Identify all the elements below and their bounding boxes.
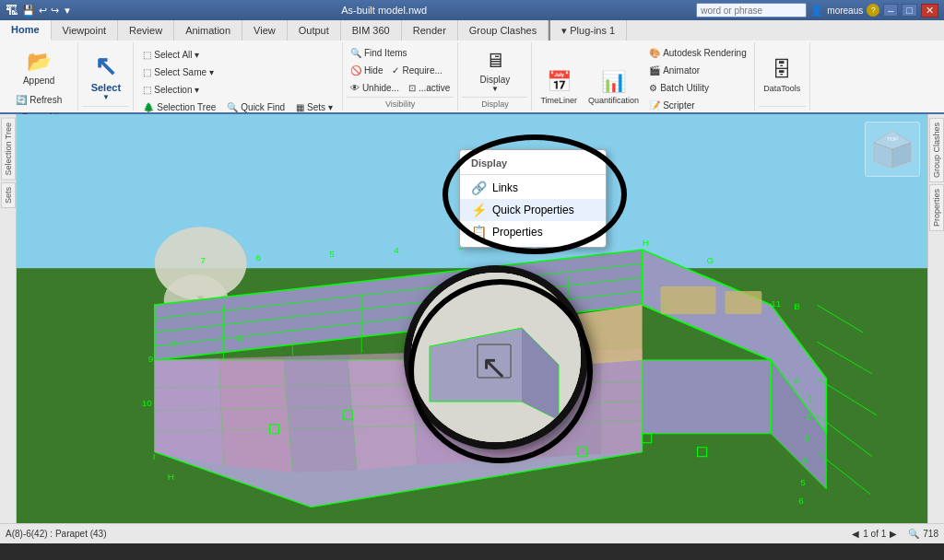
selection-button[interactable]: ⬚ Selection ▾ [139, 81, 203, 98]
nav-prev-btn[interactable]: ◀ [852, 529, 859, 539]
user-icon: 👤 [810, 5, 823, 17]
hide-label: Hide [364, 65, 384, 76]
ribbon-content: 📂 Append 🔄 Refresh ↺ Reset All... 📄 File… [0, 41, 944, 112]
zoom-level: 718 [923, 529, 938, 539]
sidebar-tab-properties[interactable]: Properties [929, 184, 944, 231]
selection-tree-button[interactable]: 🌲 Selection Tree [139, 99, 219, 115]
app-icon: 🏗 [6, 3, 18, 18]
zoom-icon: 🔍 [908, 529, 919, 539]
qat-redo[interactable]: ↪ [51, 5, 59, 17]
svg-text:3: 3 [804, 433, 809, 443]
rendering-icon: 🎨 [649, 48, 660, 58]
sidebar-tab-group-clashes[interactable]: Group Clashes [929, 118, 944, 182]
properties-menu-item[interactable]: 📋 Properties [460, 221, 606, 243]
select-same-button[interactable]: ⬚ Select Same ▾ [139, 64, 217, 80]
links-label: Links [492, 181, 518, 194]
append-button[interactable]: 📂 Append [18, 44, 59, 90]
refresh-button[interactable]: 🔄 Refresh [12, 91, 65, 108]
group-visibility: 🔍 Find Items 🚫 Hide ✓ Require... 👁 [343, 42, 459, 111]
search-input[interactable] [696, 3, 807, 18]
minimize-btn[interactable]: – [883, 4, 898, 17]
group-datatools: 🗄 DataTools [755, 42, 810, 111]
quantification-label: Quantification [588, 96, 639, 105]
refresh-icon: 🔄 [16, 95, 27, 105]
quantification-icon: 📊 [601, 70, 626, 94]
quantification-button[interactable]: 📊 Quantification [584, 63, 643, 112]
sets-button[interactable]: ▦ Sets ▾ [292, 99, 336, 115]
status-right: ◀ 1 of 1 ▶ 🔍 718 [852, 529, 938, 539]
tab-plugins[interactable]: ▾ Plug-ins 1 [549, 20, 627, 41]
svg-text:H: H [643, 238, 649, 248]
display-dropdown[interactable]: ▼ [491, 85, 499, 93]
svg-marker-11 [643, 360, 772, 434]
sidebar-tab-sets[interactable]: Sets [1, 182, 16, 208]
svg-text:4: 4 [394, 245, 399, 255]
svg-text:11: 11 [771, 298, 782, 309]
viewport-canvas[interactable]: 7 8 9 10 I H B A 1 2 3 4 5 6 5 4 3 2 1 H… [17, 114, 927, 523]
animator-button[interactable]: 🎬 Animator [645, 62, 750, 78]
group-display: 🖥 Display ▼ Display [458, 42, 532, 111]
required-icon: ✓ [392, 65, 399, 76]
svg-text:2: 2 [806, 412, 811, 422]
quick-properties-menu-item[interactable]: ⚡ Quick Properties [460, 199, 606, 221]
quick-find-button[interactable]: 🔍 Quick Find [223, 99, 289, 115]
select-button[interactable]: ↖ Select ▼ [83, 48, 129, 103]
autodesk-rendering-button[interactable]: 🎨 Autodesk Rendering [645, 44, 750, 61]
select-dropdown[interactable]: ▼ [102, 93, 110, 101]
tab-home[interactable]: Home [0, 20, 52, 41]
tab-group-clashes[interactable]: Group Clashes [458, 20, 549, 41]
group-select-search: ⬚ Select All ▾ ⬚ Select Same ▾ ⬚ Selecti… [134, 42, 343, 111]
tab-view[interactable]: View [242, 20, 288, 41]
unhide-button[interactable]: 👁 Unhide... [347, 80, 403, 97]
sets-icon: ▦ [296, 102, 304, 112]
qat-save[interactable]: 💾 [22, 5, 35, 17]
select-same-label: Select Same ▾ [154, 67, 213, 77]
close-btn[interactable]: ✕ [921, 4, 938, 18]
display-group-label: Display [462, 97, 527, 109]
tab-bim360[interactable]: BIM 360 [341, 20, 402, 41]
required-label: Require... [402, 65, 442, 76]
left-sidebar: Selection Tree Sets [0, 114, 17, 523]
display-button[interactable]: 🖥 Display ▼ [475, 46, 514, 96]
tab-output[interactable]: Output [288, 20, 341, 41]
scripter-button[interactable]: 📝 Scripter [645, 97, 750, 113]
sidebar-tab-selection-tree[interactable]: Selection Tree [1, 118, 16, 181]
visibility-group-label: Visibility [347, 97, 454, 109]
rendering-label: Autodesk Rendering [663, 48, 747, 58]
svg-text:7: 7 [171, 339, 177, 349]
magnifier-content: ↖ [411, 273, 581, 442]
svg-rect-68 [725, 291, 761, 314]
tab-viewpoint[interactable]: Viewpoint [52, 20, 119, 41]
selection-label: Selection ▾ [154, 85, 199, 95]
nav-cube[interactable]: TOP [865, 122, 920, 177]
hide-active-button[interactable]: ⊡ ...active [405, 80, 454, 97]
required-button[interactable]: ✓ Require... [388, 63, 445, 79]
datatools-button[interactable]: 🗄 DataTools [759, 51, 805, 100]
quick-properties-label: Quick Properties [492, 204, 574, 216]
hide-button[interactable]: 🚫 Hide [347, 63, 387, 79]
help-icon[interactable]: ? [867, 4, 879, 17]
maximize-btn[interactable]: □ [902, 4, 917, 17]
quick-find-label: Quick Find [241, 102, 285, 112]
selection-tree-label: Selection Tree [157, 102, 216, 112]
status-left: A(8)-6(42) : Parapet (43) [6, 529, 107, 539]
unhide-label: Unhide... [362, 83, 399, 93]
tab-render[interactable]: Render [402, 20, 458, 41]
qat-options[interactable]: ▼ [63, 6, 72, 16]
select-all-button[interactable]: ⬚ Select All ▾ [139, 46, 203, 63]
qat-undo[interactable]: ↩ [39, 5, 47, 17]
batch-utility-button[interactable]: ⚙ Batch Utility [645, 79, 750, 96]
display-icon: 🖥 [485, 49, 505, 73]
timeliner-button[interactable]: 📅 TimeLiner [536, 63, 582, 112]
nav-next-btn[interactable]: ▶ [890, 529, 897, 539]
display-popup-menu: Display 🔗 Links ⚡ Quick Properties 📋 Pro… [459, 149, 607, 248]
right-sidebar: Group Clashes Properties [927, 114, 944, 523]
tab-animation[interactable]: Animation [174, 20, 242, 41]
svg-text:TOP: TOP [887, 136, 898, 142]
find-items-button[interactable]: 🔍 Find Items [347, 45, 411, 62]
svg-marker-23 [155, 358, 224, 466]
links-menu-item[interactable]: 🔗 Links [460, 177, 606, 199]
find-items-icon: 🔍 [350, 48, 361, 58]
tab-review[interactable]: Review [118, 20, 174, 41]
select-group-label [82, 106, 129, 109]
